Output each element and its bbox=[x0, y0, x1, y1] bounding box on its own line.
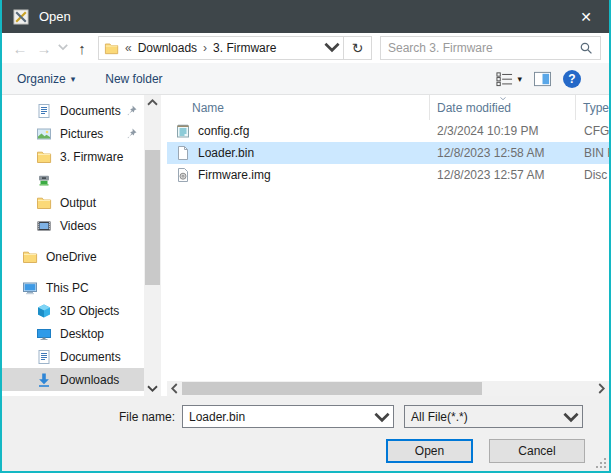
device-icon bbox=[36, 172, 52, 188]
sidebar-item-label: This PC bbox=[46, 281, 89, 295]
sidebar-item-unlabeled[interactable] bbox=[2, 168, 144, 191]
chevron-down-icon[interactable] bbox=[371, 406, 393, 428]
breadcrumb-item-firmware[interactable]: 3. Firmware bbox=[213, 41, 276, 55]
folder-icon bbox=[22, 249, 38, 265]
up-button[interactable]: ↑ bbox=[70, 36, 94, 60]
organize-label: Organize bbox=[17, 72, 66, 86]
file-name-cell: config.cfg bbox=[167, 123, 429, 139]
scroll-up-icon[interactable] bbox=[144, 95, 161, 110]
table-row-config-cfg[interactable]: config.cfg2/3/2024 10:19 PMCFG F bbox=[167, 120, 609, 142]
sidebar-item-pictures[interactable]: Pictures bbox=[2, 122, 144, 145]
table-row-loader-bin[interactable]: Loader.bin12/8/2023 12:58 AMBIN F bbox=[167, 142, 609, 164]
column-header-date-modified[interactable]: Date modified bbox=[429, 95, 576, 120]
breadcrumb-item-downloads[interactable]: Downloads bbox=[138, 41, 197, 55]
sidebar-item-3-firmware[interactable]: 3. Firmware bbox=[2, 145, 144, 168]
scrollbar-thumb[interactable] bbox=[182, 382, 482, 395]
file-type-select[interactable]: All File(*.*) bbox=[404, 405, 583, 428]
pin-icon bbox=[125, 127, 138, 140]
sidebar-item-onedrive[interactable]: OneDrive bbox=[2, 245, 144, 268]
app-icon bbox=[13, 9, 29, 25]
open-button-label: Open bbox=[415, 444, 444, 458]
sidebar-item-label: 3. Firmware bbox=[60, 150, 123, 164]
help-icon: ? bbox=[568, 72, 575, 86]
folder-icon bbox=[36, 195, 52, 211]
refresh-button[interactable]: ↻ bbox=[343, 37, 371, 59]
forward-button[interactable]: → bbox=[32, 36, 56, 60]
sidebar-item-label: Output bbox=[60, 196, 96, 210]
sidebar-item-label: Documents bbox=[60, 350, 121, 364]
sidebar-scrollbar[interactable] bbox=[144, 95, 161, 396]
breadcrumb-overflow[interactable]: « bbox=[125, 41, 132, 55]
change-view-button[interactable]: ▾ bbox=[496, 71, 522, 87]
document-icon bbox=[36, 103, 52, 119]
help-button[interactable]: ? bbox=[563, 70, 581, 88]
pin-icon bbox=[125, 104, 138, 117]
file-name-input[interactable]: Loader.bin bbox=[182, 405, 394, 428]
organize-button[interactable]: Organize ▾ bbox=[17, 72, 75, 86]
file-name: config.cfg bbox=[198, 124, 249, 138]
breadcrumb-separator: › bbox=[203, 41, 207, 55]
desktop-icon bbox=[36, 326, 52, 342]
sidebar-item-label: Videos bbox=[60, 219, 96, 233]
type-cell: BIN F bbox=[576, 146, 609, 160]
sidebar-item-documents[interactable]: Documents bbox=[2, 99, 144, 122]
search-icon bbox=[579, 41, 593, 55]
scrollbar-thumb[interactable] bbox=[145, 150, 160, 285]
sidebar-item-label: Desktop bbox=[60, 327, 104, 341]
cancel-button[interactable]: Cancel bbox=[489, 439, 585, 463]
address-dropdown-button[interactable] bbox=[321, 37, 343, 59]
list-header: Name Date modified Type bbox=[167, 95, 609, 120]
back-button[interactable]: ← bbox=[8, 36, 32, 60]
column-header-type[interactable]: Type bbox=[576, 95, 609, 120]
sidebar-item-this-pc[interactable]: This PC bbox=[2, 276, 144, 299]
sidebar-item-desktop[interactable]: Desktop bbox=[2, 322, 144, 345]
open-dialog-window: Open ✕ ← → ↑ « Downloads › 3. Firmware ↻… bbox=[0, 0, 611, 473]
resize-grip-icon[interactable] bbox=[595, 457, 607, 469]
type-cell: Disc I bbox=[576, 168, 609, 182]
address-bar[interactable]: « Downloads › 3. Firmware ↻ bbox=[98, 36, 372, 60]
file-name: Firmware.img bbox=[198, 168, 271, 182]
search-placeholder: Search 3. Firmware bbox=[388, 41, 579, 55]
file-name: Loader.bin bbox=[198, 146, 254, 160]
scroll-left-icon[interactable] bbox=[167, 381, 182, 396]
search-input[interactable]: Search 3. Firmware bbox=[380, 36, 601, 60]
file-name-cell: Loader.bin bbox=[167, 145, 429, 161]
scroll-right-icon[interactable] bbox=[594, 381, 609, 396]
cancel-button-label: Cancel bbox=[518, 444, 555, 458]
table-row-firmware-img[interactable]: Firmware.img12/8/2023 12:57 AMDisc I bbox=[167, 164, 609, 186]
details-view-icon bbox=[496, 71, 513, 87]
sidebar-item-videos[interactable]: Videos bbox=[2, 214, 144, 237]
file-name-cell: Firmware.img bbox=[167, 167, 429, 183]
sidebar-item-3d-objects[interactable]: 3D Objects bbox=[2, 299, 144, 322]
sidebar-item-label: Downloads bbox=[60, 373, 119, 387]
new-folder-button[interactable]: New folder bbox=[105, 72, 162, 86]
recent-locations-button[interactable] bbox=[56, 36, 70, 60]
close-button[interactable]: ✕ bbox=[563, 0, 609, 33]
file-list: Name Date modified Type config.cfg2/3/20… bbox=[167, 95, 609, 396]
chevron-down-icon[interactable] bbox=[560, 406, 582, 428]
chevron-down-icon bbox=[56, 40, 70, 57]
type-cell: CFG F bbox=[576, 124, 609, 138]
preview-pane-icon[interactable] bbox=[534, 71, 551, 87]
navigation-bar: ← → ↑ « Downloads › 3. Firmware ↻ Search… bbox=[2, 33, 609, 63]
picture-icon bbox=[36, 126, 52, 142]
chevron-down-icon bbox=[321, 36, 343, 61]
cube-icon bbox=[36, 303, 52, 319]
sidebar-item-output[interactable]: Output bbox=[2, 191, 144, 214]
file-type-value: All File(*.*) bbox=[405, 410, 560, 424]
cfg-file-icon bbox=[175, 123, 191, 139]
horizontal-scrollbar[interactable] bbox=[167, 381, 609, 396]
sort-chevron-icon bbox=[498, 92, 508, 100]
breadcrumb: « Downloads › 3. Firmware bbox=[99, 37, 321, 59]
sidebar-item-label: Documents bbox=[60, 104, 121, 118]
sidebar-list: DocumentsPictures3. FirmwareOutputVideos… bbox=[2, 95, 144, 396]
date-modified-cell: 2/3/2024 10:19 PM bbox=[429, 124, 576, 138]
sidebar-item-downloads[interactable]: Downloads bbox=[2, 368, 144, 391]
new-folder-label: New folder bbox=[105, 72, 162, 86]
column-header-name[interactable]: Name bbox=[167, 95, 429, 120]
up-arrow-icon: ↑ bbox=[78, 40, 86, 57]
back-arrow-icon: ← bbox=[13, 40, 28, 57]
scroll-down-icon[interactable] bbox=[144, 381, 161, 396]
open-button[interactable]: Open bbox=[386, 439, 473, 463]
sidebar-item-documents[interactable]: Documents bbox=[2, 345, 144, 368]
